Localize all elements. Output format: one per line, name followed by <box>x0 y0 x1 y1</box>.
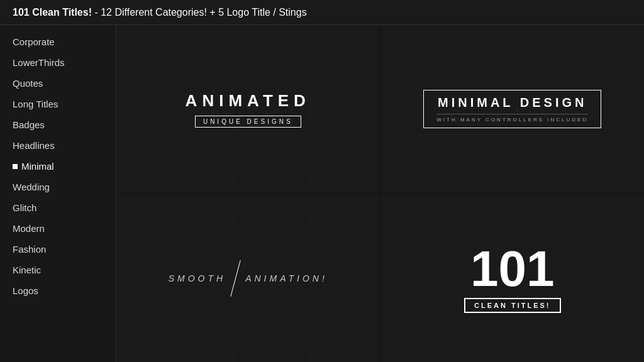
sidebar-item-label: Wedding <box>13 182 50 192</box>
sidebar-item-headlines[interactable]: Headlines <box>0 135 116 156</box>
sidebar-item-long-titles[interactable]: Long Titles <box>0 94 116 114</box>
preview-cell-animated: ANIMATED UNIQUE DESIGNS <box>116 25 380 193</box>
sidebar-item-minimal[interactable]: Minimal <box>0 156 116 177</box>
sidebar-item-label: Corporate <box>13 36 55 47</box>
sidebar-item-label: LowerThirds <box>13 57 65 68</box>
bullet-icon <box>13 164 18 169</box>
sidebar-item-kinetic[interactable]: Kinetic <box>0 260 116 280</box>
header-title: 101 Clean Titles! - 12 Different Categor… <box>13 7 307 18</box>
smooth-left-text: SMOOTH <box>169 273 226 283</box>
preview-cell-minimal-design: MINIMAL DESIGN WITH MANY CONTROLLERS INC… <box>381 25 645 193</box>
sidebar: CorporateLowerThirdsQuotesLong TitlesBad… <box>0 25 116 362</box>
count-number: 101 <box>470 244 554 294</box>
minimal-border-box: MINIMAL DESIGN WITH MANY CONTROLLERS INC… <box>423 90 601 128</box>
app-layout: CorporateLowerThirdsQuotesLong TitlesBad… <box>0 25 644 362</box>
count-label: CLEAN TITLES! <box>464 298 561 313</box>
sidebar-item-label: Long Titles <box>13 99 58 109</box>
sidebar-item-label: Logos <box>13 285 38 296</box>
sidebar-item-modern[interactable]: Modern <box>0 218 116 239</box>
minimal-design-main-text: MINIMAL DESIGN <box>438 96 587 110</box>
smooth-content: SMOOTH ANIMATION! <box>169 260 328 297</box>
sidebar-item-fashion[interactable]: Fashion <box>0 239 116 260</box>
header-title-bold: 101 Clean Titles! <box>13 7 92 18</box>
animated-main-text: ANIMATED <box>186 91 311 111</box>
smooth-right-text: ANIMATION! <box>245 273 328 283</box>
sidebar-item-label: Fashion <box>13 244 46 255</box>
sidebar-item-lower-thirds[interactable]: LowerThirds <box>0 52 116 73</box>
sidebar-item-label: Headlines <box>13 140 55 151</box>
main-content: ANIMATED UNIQUE DESIGNS MINIMAL DESIGN W… <box>116 25 644 362</box>
sidebar-item-label: Minimal <box>21 161 54 172</box>
sidebar-item-label: Glitch <box>13 202 36 213</box>
divider-line <box>230 260 240 296</box>
sidebar-item-logos[interactable]: Logos <box>0 280 116 301</box>
sidebar-item-corporate[interactable]: Corporate <box>0 31 116 52</box>
sidebar-item-badges[interactable]: Badges <box>0 114 116 135</box>
header-bar: 101 Clean Titles! - 12 Different Categor… <box>0 0 644 25</box>
sidebar-item-label: Modern <box>13 223 45 234</box>
sidebar-item-label: Kinetic <box>13 265 41 275</box>
minimal-design-sub-text: WITH MANY CONTROLLERS INCLUDED <box>436 114 588 123</box>
sidebar-item-glitch[interactable]: Glitch <box>0 197 116 218</box>
preview-cell-smooth: SMOOTH ANIMATION! <box>116 194 380 362</box>
sidebar-item-label: Quotes <box>13 78 43 89</box>
animated-sub-text: UNIQUE DESIGNS <box>195 116 301 128</box>
header-title-rest: - 12 Different Categories! + 5 Logo Titl… <box>92 7 307 18</box>
sidebar-item-label: Badges <box>13 119 45 130</box>
sidebar-item-wedding[interactable]: Wedding <box>0 177 116 197</box>
sidebar-item-quotes[interactable]: Quotes <box>0 73 116 94</box>
preview-cell-count: 101 CLEAN TITLES! <box>381 194 645 362</box>
